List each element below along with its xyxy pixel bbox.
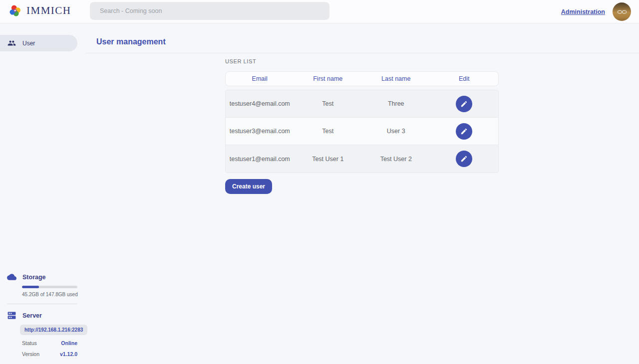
cell-last-name: Test User 2 [362, 156, 430, 163]
storage-progress-fill [22, 286, 39, 288]
server-url-badge: http://192.168.1.216:2283 [20, 325, 87, 335]
sidebar-item-label: User [22, 40, 35, 47]
col-header-last-name: Last name [362, 75, 430, 82]
storage-usage-text: 45.2GB of 147.8GB used [22, 292, 85, 297]
create-user-button[interactable]: Create user [225, 179, 272, 194]
sidebar-footer: Storage 45.2GB of 147.8GB used Server ht… [0, 272, 85, 357]
storage-title: Storage [22, 274, 46, 281]
cell-last-name: User 3 [362, 128, 430, 135]
top-header: IMMICH Administration [0, 0, 639, 23]
main-panel: User management USER LIST Email First na… [85, 23, 639, 364]
user-list-label: USER LIST [225, 58, 499, 64]
user-list-section: USER LIST Email First name Last name Edi… [225, 58, 499, 194]
page-title: User management [96, 37, 166, 46]
header-actions: Administration [561, 0, 631, 23]
col-header-email: Email [226, 75, 294, 82]
status-label: Status [22, 340, 37, 346]
edit-user-button[interactable] [456, 123, 472, 140]
server-status-row: Status Online [22, 340, 77, 346]
cell-first-name: Test User 1 [294, 156, 362, 163]
server-version-row: Version v1.12.0 [22, 351, 77, 357]
cell-first-name: Test [294, 128, 362, 135]
app-title: IMMICH [26, 4, 71, 17]
search-input[interactable] [90, 2, 329, 20]
pencil-icon [460, 128, 468, 135]
administration-link[interactable]: Administration [561, 8, 605, 15]
version-value: v1.12.0 [60, 351, 77, 357]
version-label: Version [22, 351, 39, 357]
table-body: testuser4@email.com Test Three testuser3… [225, 90, 499, 173]
table-row: testuser1@email.com Test User 1 Test Use… [226, 145, 498, 173]
server-icon [7, 311, 16, 320]
immich-logo[interactable]: IMMICH [8, 4, 71, 17]
glasses-photo-icon [616, 5, 629, 18]
table-row: testuser4@email.com Test Three [226, 90, 498, 118]
immich-flower-icon [8, 4, 22, 17]
table-header-row: Email First name Last name Edit [225, 71, 499, 86]
col-header-first-name: First name [294, 75, 362, 82]
pencil-icon [460, 100, 468, 108]
sidebar-item-user[interactable]: User [0, 35, 77, 51]
server-section-header: Server [0, 311, 85, 320]
title-divider [85, 53, 639, 53]
col-header-edit: Edit [430, 75, 499, 82]
server-title: Server [22, 312, 42, 319]
cell-last-name: Three [362, 100, 430, 107]
cell-first-name: Test [294, 100, 362, 107]
status-value: Online [61, 340, 77, 346]
storage-section-header: Storage [0, 272, 85, 282]
cell-email: testuser1@email.com [226, 156, 294, 163]
storage-progress-bar [22, 286, 77, 288]
user-avatar[interactable] [613, 2, 631, 21]
cell-email: testuser3@email.com [226, 128, 294, 135]
edit-user-button[interactable] [456, 151, 472, 167]
cell-email: testuser4@email.com [226, 100, 294, 107]
edit-user-button[interactable] [456, 96, 472, 112]
sidebar-divider [7, 304, 77, 304]
search-container [90, 2, 329, 20]
cloud-icon [7, 272, 16, 282]
pencil-icon [460, 155, 468, 163]
sidebar: User Storage 45.2GB of 147.8GB used [0, 23, 85, 364]
users-icon [7, 39, 16, 47]
table-row: testuser3@email.com Test User 3 [226, 118, 498, 145]
